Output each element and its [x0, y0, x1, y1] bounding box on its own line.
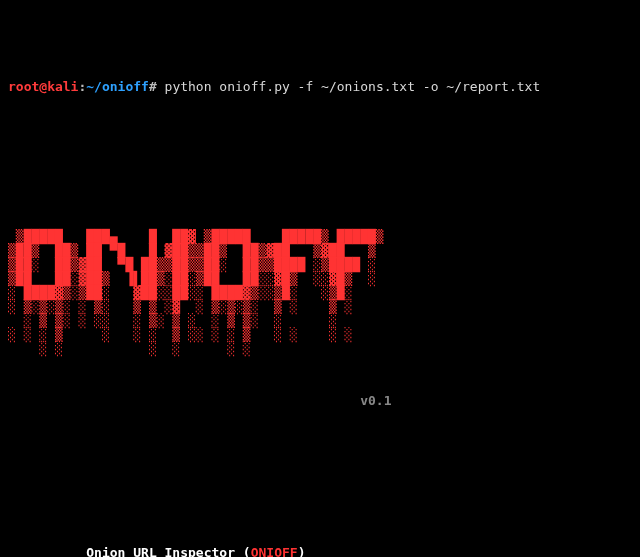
terminal-window: root@kali:~/onioff# python onioff.py -f … [0, 0, 640, 557]
prompt-hash: # [149, 79, 157, 94]
ascii-banner: ▒█████ ███▄ █ ██▓ ▒█████ █████▒ █████▒ ▒… [8, 230, 632, 356]
prompt-path: ~/onioff [86, 79, 149, 94]
prompt-user: root@kali [8, 79, 78, 94]
command-text: python onioff.py -f ~/onions.txt -o ~/re… [157, 79, 541, 94]
command-line: root@kali:~/onioff# python onioff.py -f … [8, 78, 632, 96]
version-tag-line: v0.1 [8, 392, 632, 410]
version-tag: v0.1 [8, 393, 392, 408]
banner-title-line: Onion URL Inspector (ONIOFF) [8, 544, 632, 557]
